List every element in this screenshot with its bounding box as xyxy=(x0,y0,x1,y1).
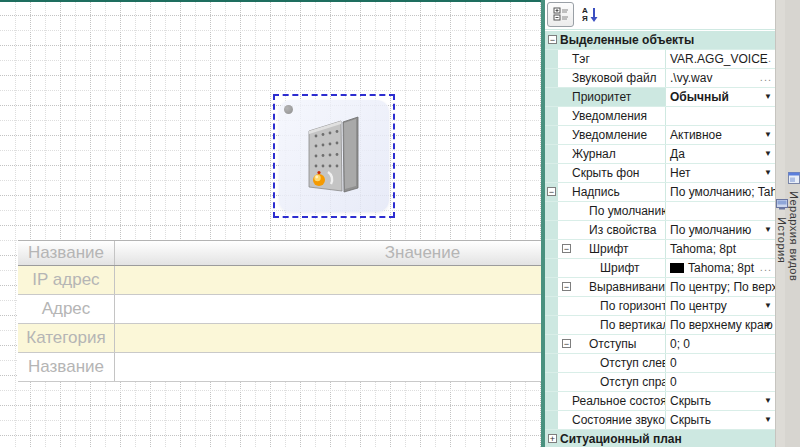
categorized-view-icon xyxy=(553,7,569,22)
property-value[interactable]: По умолчанию▼ xyxy=(666,221,775,239)
property-value[interactable]: Обычный▼ xyxy=(666,88,775,106)
property-row[interactable]: По вертикалиПо верхнему краю▼ xyxy=(545,316,775,335)
property-row[interactable]: По горизонталПо центру▼ xyxy=(545,297,775,316)
property-value[interactable] xyxy=(666,202,775,220)
property-value[interactable]: VAR.AGG_VOICE... xyxy=(666,50,775,68)
property-row[interactable]: Отступ слева0 xyxy=(545,354,775,373)
table-row[interactable]: IP адрес xyxy=(18,266,541,295)
table-header-row: Название Значение xyxy=(18,240,541,266)
property-value[interactable]: Скрыть▼ xyxy=(666,411,775,429)
property-value[interactable] xyxy=(666,107,775,125)
dropdown-arrow-icon[interactable]: ▼ xyxy=(764,392,772,410)
ellipsis-button[interactable]: ... xyxy=(760,69,772,85)
property-name: Звуковой файл xyxy=(558,69,666,87)
dropdown-arrow-icon[interactable]: ▼ xyxy=(764,145,772,163)
property-name: Отступ слева xyxy=(558,354,666,372)
svg-text:Я: Я xyxy=(582,14,588,23)
font-color-swatch xyxy=(670,263,684,273)
categorized-view-button[interactable] xyxy=(547,2,574,27)
table-row[interactable]: Адрес xyxy=(18,295,541,324)
collapse-box-icon[interactable]: − xyxy=(547,187,556,196)
collapse-box-icon[interactable]: − xyxy=(562,282,571,291)
property-value[interactable]: По умолчанию; Taho xyxy=(666,183,775,201)
dropdown-arrow-icon[interactable]: ▼ xyxy=(764,126,772,144)
property-name: Из свойства xyxy=(558,221,666,239)
alphabetical-sort-button[interactable]: А Я xyxy=(577,3,602,26)
property-row[interactable]: ЖурналДа▼ xyxy=(545,145,775,164)
property-value[interactable]: .\vy.wav... xyxy=(666,69,775,87)
property-value-text: 0 xyxy=(670,375,677,389)
property-row[interactable]: Уведомления xyxy=(545,107,775,126)
property-row[interactable]: По умолчанию xyxy=(545,202,775,221)
property-name: Уведомления xyxy=(558,107,666,125)
dropdown-arrow-icon[interactable]: ▼ xyxy=(764,164,772,182)
property-value[interactable]: Tahoma; 8pt xyxy=(666,240,775,258)
property-value[interactable]: 0 xyxy=(666,354,775,372)
table-cell-name: IP адрес xyxy=(32,270,99,290)
property-value-text: 0 xyxy=(670,356,677,370)
property-name: Реальное состояни xyxy=(558,392,666,410)
table-row[interactable]: Название xyxy=(18,353,541,382)
collapse-box-icon[interactable]: − xyxy=(548,35,557,44)
expand-box-icon[interactable]: + xyxy=(548,434,557,443)
property-value-text: Tahoma; 8pt xyxy=(670,242,736,256)
property-name: Шрифт xyxy=(558,240,666,258)
dropdown-arrow-icon[interactable]: ▼ xyxy=(764,316,772,334)
category-label: Выделенные объекты xyxy=(545,31,694,49)
voice-device-icon[interactable] xyxy=(308,114,362,196)
property-row[interactable]: −ВыравниваниеПо центру; По верхне xyxy=(545,278,775,297)
property-name: Скрыть фон xyxy=(558,164,666,182)
category-gutter xyxy=(545,335,558,353)
property-value[interactable]: Скрыть▼ xyxy=(666,392,775,410)
property-row[interactable]: Звуковой файл.\vy.wav... xyxy=(545,69,775,88)
design-canvas[interactable]: Название Значение IP адресАдресКатегория… xyxy=(0,0,541,447)
property-value[interactable]: Да▼ xyxy=(666,145,775,163)
ellipsis-button[interactable]: ... xyxy=(760,259,772,275)
tab-history[interactable]: История xyxy=(776,194,788,263)
property-row[interactable]: −НадписьПо умолчанию; Taho xyxy=(545,183,775,202)
property-value[interactable]: Нет▼ xyxy=(666,164,775,182)
category-gutter xyxy=(545,373,558,391)
property-value[interactable]: Tahoma; 8pt... xyxy=(666,259,775,277)
dropdown-arrow-icon[interactable]: ▼ xyxy=(764,88,772,106)
dropdown-arrow-icon[interactable]: ▼ xyxy=(764,221,772,239)
table-header-value: Значение xyxy=(115,241,541,265)
property-row[interactable]: Реальное состояниСкрыть▼ xyxy=(545,392,775,411)
collapse-box-icon[interactable]: − xyxy=(562,339,571,348)
property-value[interactable]: По центру▼ xyxy=(666,297,775,315)
category-row[interactable]: −Выделенные объекты xyxy=(545,31,775,50)
property-value[interactable]: 0; 0 xyxy=(666,335,775,353)
property-name: Надпись xyxy=(558,183,666,201)
property-value-text: Скрыть xyxy=(670,394,711,408)
collapse-box-icon[interactable]: − xyxy=(562,244,571,253)
dropdown-arrow-icon[interactable]: ▼ xyxy=(764,411,772,429)
category-gutter xyxy=(545,145,558,163)
property-row[interactable]: ПриоритетОбычный▼ xyxy=(545,88,775,107)
property-row[interactable]: Состояние звуковоСкрыть▼ xyxy=(545,411,775,430)
property-value[interactable]: По центру; По верхне xyxy=(666,278,775,296)
property-row[interactable]: ТэгVAR.AGG_VOICE... xyxy=(545,50,775,69)
category-row[interactable]: +Ситуационный план xyxy=(545,430,775,447)
property-row[interactable]: УведомлениеАктивное▼ xyxy=(545,126,775,145)
property-row[interactable]: −ШрифтTahoma; 8pt xyxy=(545,240,775,259)
property-name: По горизонтал xyxy=(558,297,666,315)
property-row[interactable]: Из свойстваПо умолчанию▼ xyxy=(545,221,775,240)
tab-views-hierarchy[interactable]: Иерархия видов xyxy=(788,168,800,281)
property-row[interactable]: −Отступы0; 0 xyxy=(545,335,775,354)
dropdown-arrow-icon[interactable]: ▼ xyxy=(764,297,772,315)
property-value[interactable]: По верхнему краю▼ xyxy=(666,316,775,334)
table-header-value-label: Значение xyxy=(385,243,460,263)
property-value-text: По центру xyxy=(670,299,727,313)
property-row[interactable]: ШрифтTahoma; 8pt... xyxy=(545,259,775,278)
property-value[interactable]: Активное▼ xyxy=(666,126,775,144)
ellipsis-button[interactable]: ... xyxy=(760,50,772,66)
object-status-dot xyxy=(284,105,293,114)
property-row[interactable]: Скрыть фонНет▼ xyxy=(545,164,775,183)
category-gutter xyxy=(545,88,558,106)
category-gutter xyxy=(545,259,558,277)
info-table-object[interactable]: Название Значение IP адресАдресКатегория… xyxy=(18,240,541,382)
table-cell-name: Название xyxy=(28,357,104,377)
table-row[interactable]: Категория xyxy=(18,324,541,353)
property-row[interactable]: Отступ справа0 xyxy=(545,373,775,392)
property-value[interactable]: 0 xyxy=(666,373,775,391)
